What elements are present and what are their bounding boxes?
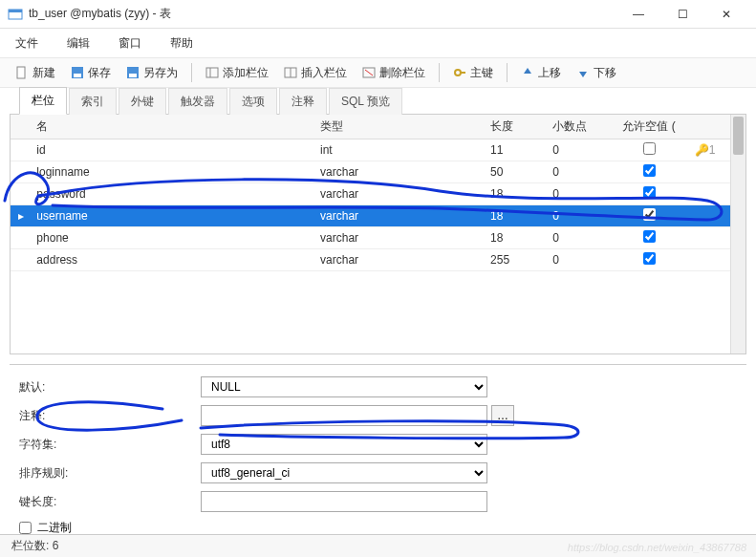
table-row[interactable]: loginnamevarchar500 bbox=[11, 161, 745, 183]
table-row[interactable]: ▸usernamevarchar180 bbox=[11, 205, 745, 227]
title-bar: tb_user @mybatis (zyy) - 表 — ☐ ✕ bbox=[0, 0, 756, 29]
vertical-scrollbar[interactable] bbox=[730, 115, 745, 353]
cell-name[interactable]: username bbox=[31, 205, 314, 227]
tab-fields[interactable]: 栏位 bbox=[19, 87, 67, 115]
col-type[interactable]: 类型 bbox=[314, 115, 485, 139]
cell-type[interactable]: int bbox=[314, 139, 485, 161]
insertcol-button[interactable]: 插入栏位 bbox=[278, 62, 353, 84]
null-checkbox[interactable] bbox=[643, 230, 656, 243]
collation-select[interactable]: utf8_general_ci bbox=[201, 462, 487, 483]
cell-len[interactable]: 18 bbox=[485, 227, 547, 249]
cell-name[interactable]: password bbox=[31, 183, 314, 205]
new-button[interactable]: 新建 bbox=[10, 62, 61, 84]
key-icon: 🔑 bbox=[695, 143, 709, 157]
svg-point-13 bbox=[455, 70, 461, 75]
table-row[interactable]: passwordvarchar180 bbox=[11, 183, 745, 205]
window-title: tb_user @mybatis (zyy) - 表 bbox=[29, 6, 616, 22]
null-checkbox[interactable] bbox=[643, 208, 656, 221]
row-marker bbox=[11, 249, 31, 271]
tab-trigger[interactable]: 触发器 bbox=[168, 88, 227, 115]
moveup-button[interactable]: 上移 bbox=[515, 62, 567, 84]
watermark: https://blog.csdn.net/weixin_43867788 bbox=[568, 542, 746, 553]
cell-dec[interactable]: 0 bbox=[547, 205, 609, 227]
movedown-button[interactable]: 下移 bbox=[571, 62, 622, 84]
saveas-button[interactable]: 另存为 bbox=[120, 62, 184, 84]
cell-dec[interactable]: 0 bbox=[547, 161, 609, 183]
cell-type[interactable]: varchar bbox=[314, 227, 485, 249]
row-marker bbox=[11, 183, 31, 205]
col-name[interactable]: 名 bbox=[31, 115, 314, 139]
tab-option[interactable]: 选项 bbox=[229, 88, 277, 115]
menu-help[interactable]: 帮助 bbox=[164, 32, 199, 55]
row-marker: ▸ bbox=[11, 205, 31, 227]
table-row[interactable]: addressvarchar2550 bbox=[11, 249, 745, 271]
tab-comment[interactable]: 注释 bbox=[279, 88, 327, 115]
tab-sqlpreview[interactable]: SQL 预览 bbox=[329, 88, 402, 115]
cell-name[interactable]: address bbox=[31, 249, 314, 271]
row-marker bbox=[11, 139, 31, 161]
comment-input[interactable] bbox=[201, 405, 487, 426]
cell-name[interactable]: id bbox=[31, 139, 314, 161]
cell-len[interactable]: 50 bbox=[485, 161, 547, 183]
cell-name[interactable]: phone bbox=[31, 227, 314, 249]
cell-type[interactable]: varchar bbox=[314, 249, 485, 271]
minimize-button[interactable]: — bbox=[616, 0, 660, 29]
col-null[interactable]: 允许空值 ( bbox=[610, 115, 689, 139]
cell-type[interactable]: varchar bbox=[314, 183, 485, 205]
keylen-input[interactable] bbox=[201, 491, 487, 512]
cell-null[interactable] bbox=[610, 205, 689, 227]
table-row[interactable]: phonevarchar180 bbox=[11, 227, 745, 249]
cell-dec[interactable]: 0 bbox=[547, 227, 609, 249]
charset-select[interactable]: utf8 bbox=[201, 434, 487, 455]
null-checkbox[interactable] bbox=[643, 142, 656, 155]
cell-len[interactable]: 255 bbox=[485, 249, 547, 271]
svg-rect-6 bbox=[129, 74, 137, 77]
field-properties: 默认: NULL 注释: … 字符集: utf8 排序规则: utf8_gene… bbox=[10, 364, 746, 547]
svg-rect-1 bbox=[9, 10, 22, 12]
default-label: 默认: bbox=[19, 379, 201, 396]
cell-null[interactable] bbox=[610, 183, 689, 205]
col-len[interactable]: 长度 bbox=[485, 115, 547, 139]
cell-len[interactable]: 18 bbox=[485, 183, 547, 205]
toolbar: 新建 保存 另存为 添加栏位 插入栏位 删除栏位 主键 上移 下移 bbox=[0, 57, 756, 88]
col-dec[interactable]: 小数点 bbox=[547, 115, 609, 139]
binary-checkbox[interactable] bbox=[19, 522, 32, 534]
menu-window[interactable]: 窗口 bbox=[113, 32, 147, 55]
default-select[interactable]: NULL bbox=[201, 376, 487, 397]
cell-null[interactable] bbox=[610, 227, 689, 249]
tab-fk[interactable]: 外键 bbox=[119, 88, 166, 115]
tab-index[interactable]: 索引 bbox=[69, 88, 117, 115]
maximize-button[interactable]: ☐ bbox=[660, 0, 704, 29]
collation-label: 排序规则: bbox=[19, 465, 201, 482]
comment-more-button[interactable]: … bbox=[491, 405, 514, 426]
row-marker bbox=[11, 161, 31, 183]
cell-type[interactable]: varchar bbox=[314, 205, 485, 227]
save-button[interactable]: 保存 bbox=[65, 62, 117, 84]
menu-file[interactable]: 文件 bbox=[10, 32, 44, 55]
tab-bar: 栏位 索引 外键 触发器 选项 注释 SQL 预览 bbox=[10, 88, 746, 115]
cell-dec[interactable]: 0 bbox=[547, 249, 609, 271]
table-row[interactable]: idint110🔑1 bbox=[11, 139, 745, 161]
cell-null[interactable] bbox=[610, 249, 689, 271]
svg-rect-2 bbox=[17, 67, 25, 78]
cell-name[interactable]: loginname bbox=[31, 161, 314, 183]
row-marker bbox=[11, 227, 31, 249]
null-checkbox[interactable] bbox=[643, 164, 656, 177]
cell-null[interactable] bbox=[610, 161, 689, 183]
null-checkbox[interactable] bbox=[643, 186, 656, 199]
pk-button[interactable]: 主键 bbox=[447, 62, 499, 84]
svg-rect-4 bbox=[74, 74, 81, 77]
cell-type[interactable]: varchar bbox=[314, 161, 485, 183]
close-button[interactable]: ✕ bbox=[704, 0, 748, 29]
charset-label: 字符集: bbox=[19, 437, 201, 453]
fields-table[interactable]: 名 类型 长度 小数点 允许空值 ( idint110🔑1loginnameva… bbox=[11, 115, 745, 271]
cell-len[interactable]: 18 bbox=[485, 205, 547, 227]
delcol-button[interactable]: 删除栏位 bbox=[356, 62, 431, 84]
menu-edit[interactable]: 编辑 bbox=[61, 32, 96, 55]
cell-len[interactable]: 11 bbox=[485, 139, 547, 161]
null-checkbox[interactable] bbox=[643, 252, 656, 265]
cell-null[interactable] bbox=[610, 139, 689, 161]
cell-dec[interactable]: 0 bbox=[547, 183, 609, 205]
addcol-button[interactable]: 添加栏位 bbox=[200, 62, 274, 84]
cell-dec[interactable]: 0 bbox=[547, 139, 609, 161]
